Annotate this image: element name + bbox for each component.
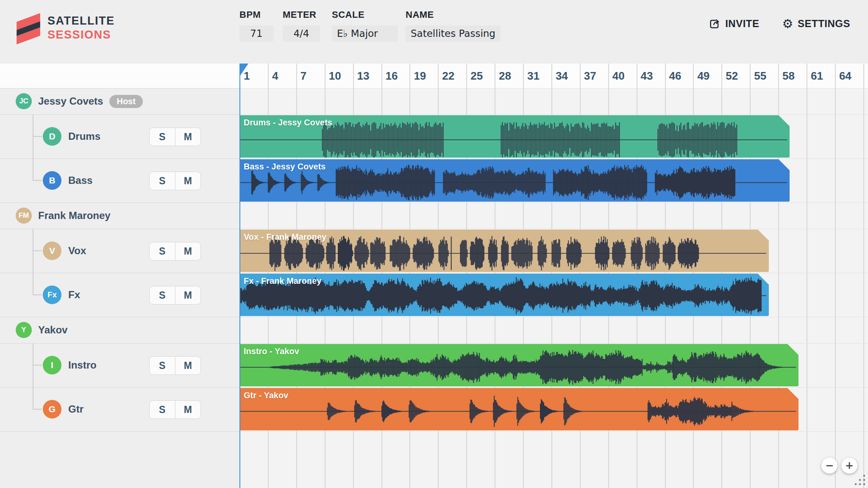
tree-connector-vertical	[33, 158, 33, 180]
clip-label: Drums - Jessy Covets	[244, 118, 332, 128]
row-separator	[239, 229, 868, 229]
row-separator	[0, 229, 239, 229]
ruler-bar-number: 31	[527, 69, 540, 83]
row-separator	[239, 114, 868, 115]
name-label: NAME	[406, 9, 501, 20]
mute-button[interactable]: M	[175, 286, 201, 304]
invite-button[interactable]: INVITE	[706, 17, 762, 30]
mute-button[interactable]: M	[175, 172, 201, 190]
brand-line1: SATELLITE	[47, 14, 115, 28]
meter-input[interactable]: 4/4	[283, 25, 320, 42]
clip-instro[interactable]: Instro - Yakov	[239, 344, 798, 386]
scale-label: SCALE	[332, 9, 398, 20]
gear-icon: ⚙	[782, 18, 793, 30]
clip-label: Instro - Yakov	[244, 347, 299, 356]
solo-mute-group: SM	[149, 356, 201, 375]
header: SATELLITE SESSIONS BPM71METER4/4SCALEE♭ …	[0, 0, 868, 64]
clip-label: Vox - Frank Maroney	[244, 232, 326, 242]
user-name: Frank Maroney	[38, 210, 111, 222]
row-separator	[239, 343, 868, 344]
solo-button[interactable]: S	[150, 128, 175, 146]
row-separator	[239, 158, 868, 159]
solo-button[interactable]: S	[150, 401, 175, 419]
clip-fx[interactable]: Fx - Frank Maroney	[239, 274, 769, 316]
mute-button[interactable]: M	[175, 401, 201, 419]
solo-button[interactable]: S	[150, 172, 175, 190]
row-separator	[239, 88, 868, 89]
settings-button[interactable]: ⚙ SETTINGS	[779, 17, 853, 30]
resize-handle[interactable]	[854, 474, 866, 486]
share-icon	[708, 17, 721, 30]
ruler-bar-number: 46	[669, 69, 682, 83]
meter-label: METER	[283, 9, 320, 20]
tree-connector-horizontal	[33, 250, 42, 251]
ruler-bar-number: 7	[300, 69, 306, 83]
user-avatar: Y	[16, 322, 32, 338]
name-field: NAMESatellites Passing	[406, 9, 501, 42]
mute-button[interactable]: M	[175, 242, 201, 260]
track-avatar-drums: D	[43, 127, 61, 146]
app-root: SATELLITE SESSIONS BPM71METER4/4SCALEE♭ …	[0, 0, 868, 488]
solo-mute-group: SM	[149, 286, 201, 305]
solo-mute-group: SM	[149, 242, 201, 261]
solo-button[interactable]: S	[150, 357, 175, 374]
ruler-bar-number: 52	[726, 69, 738, 83]
brand-text: SATELLITE SESSIONS	[47, 14, 115, 42]
ruler-bar-number: 37	[584, 69, 596, 83]
ruler-bar-number: 43	[641, 69, 653, 83]
row-separator	[0, 317, 239, 317]
user-avatar: FM	[16, 208, 32, 224]
solo-mute-group: SM	[149, 128, 201, 146]
scale-field: SCALEE♭ Major	[332, 9, 398, 42]
track-sidebar: JCJessy CovetsHostDDrumsSMBBassSMFMFrank…	[0, 88, 239, 488]
solo-mute-group: SM	[149, 400, 201, 419]
bar-gridline	[807, 64, 807, 488]
tree-connector-horizontal	[33, 365, 42, 366]
ruler-bar-number: 64	[839, 69, 851, 83]
row-separator	[239, 431, 868, 432]
timeline-stage: 1471013161922252831343740434649525558616…	[239, 64, 868, 488]
mute-button[interactable]: M	[175, 357, 201, 374]
settings-label: SETTINGS	[798, 18, 850, 30]
row-separator	[0, 343, 239, 344]
track-name: Instro	[68, 359, 97, 371]
track-avatar-vox: V	[43, 241, 61, 260]
row-separator	[0, 114, 239, 115]
ruler-bar-number: 4	[272, 69, 278, 83]
tree-connector-horizontal	[33, 294, 42, 295]
track-avatar-instro: I	[43, 356, 61, 374]
clip-drums[interactable]: Drums - Jessy Covets	[239, 115, 790, 158]
clip-label: Bass - Jessy Covets	[244, 162, 326, 172]
clip-bass[interactable]: Bass - Jessy Covets	[239, 159, 790, 202]
zoom-controls: − +	[821, 458, 857, 474]
track-name: Bass	[68, 175, 92, 186]
solo-button[interactable]: S	[150, 242, 175, 260]
zoom-out-button[interactable]: −	[821, 458, 837, 474]
scale-input[interactable]: E♭ Major	[332, 25, 398, 42]
ruler-bar-number: 13	[357, 69, 370, 83]
clip-gtr[interactable]: Gtr - Yakov	[239, 388, 798, 430]
waveform-gtr	[239, 388, 798, 430]
user-name: Yakov	[38, 324, 67, 336]
track-name: Vox	[68, 245, 86, 257]
ruler-bar-number: 28	[499, 69, 511, 83]
tree-connector-horizontal	[33, 180, 42, 181]
row-separator	[0, 88, 239, 89]
bpm-input[interactable]: 71	[239, 25, 273, 42]
clip-vox[interactable]: Vox - Frank Maroney	[239, 230, 769, 272]
solo-button[interactable]: S	[150, 286, 175, 304]
host-badge: Host	[109, 95, 142, 108]
mute-button[interactable]: M	[175, 128, 201, 146]
ruler-bar-number: 58	[782, 69, 795, 83]
ruler-bar-number: 49	[697, 69, 709, 83]
user-name: Jessy Covets	[38, 95, 103, 107]
tree-connector-horizontal	[33, 136, 42, 137]
playhead[interactable]	[239, 64, 240, 488]
waveform-instro	[239, 344, 798, 386]
zoom-in-button[interactable]: +	[841, 458, 857, 474]
playhead-flag-icon[interactable]	[240, 64, 249, 76]
track-avatar-gtr: G	[43, 400, 61, 419]
tree-connector-vertical	[33, 273, 33, 295]
name-input[interactable]: Satellites Passing	[406, 25, 501, 42]
ruler-bar-number: 10	[329, 69, 341, 83]
